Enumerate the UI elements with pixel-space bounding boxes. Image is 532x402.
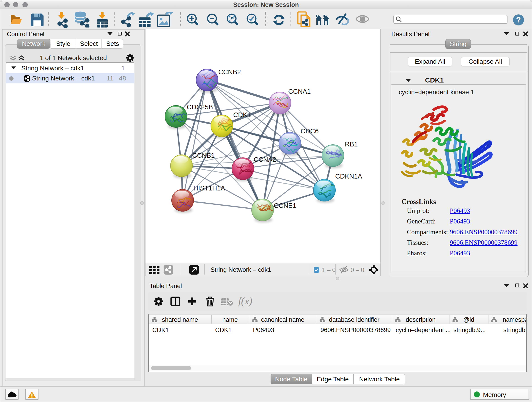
svg-text:RB1: RB1 [345, 140, 358, 148]
svg-text:CDKN1A: CDKN1A [335, 172, 362, 180]
svg-text:CDC6: CDC6 [301, 128, 319, 135]
svg-text:?: ? [516, 15, 521, 24]
svg-text:CCNB2: CCNB2 [218, 68, 241, 76]
svg-text:CCNA1: CCNA1 [288, 88, 311, 95]
svg-text:CDC25B: CDC25B [187, 103, 213, 111]
svg-text:CCNA2: CCNA2 [254, 156, 276, 163]
svg-text:CCNE1: CCNE1 [274, 202, 296, 209]
svg-text:HIST1H1A: HIST1H1A [193, 185, 225, 192]
svg-text:CCNB1: CCNB1 [192, 152, 215, 159]
svg-text:CDK1: CDK1 [233, 111, 251, 119]
